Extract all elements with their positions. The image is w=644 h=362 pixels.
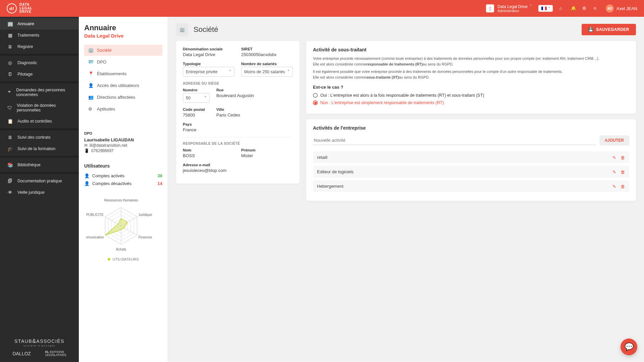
radio-yes[interactable]: Oui : L'entreprise est alors à la fois r… — [313, 93, 629, 98]
edit-icon[interactable]: ✎ — [612, 170, 617, 174]
sidebar-item-registre[interactable]: 🗎Registre — [0, 41, 79, 52]
logo[interactable]: dl DATALEGALDRIVE — [7, 3, 33, 14]
dpo-name: Laurisabelle LIGAUDAN — [84, 137, 162, 142]
email-value[interactable]: jesuisleceo@blop.com — [183, 168, 293, 173]
sidebar-item-diagnostic[interactable]: ◎Diagnostic — [0, 57, 79, 69]
tab-dpo[interactable]: 🪪DPO — [84, 56, 162, 67]
svg-text:PUBLICITE: PUBLICITE — [86, 213, 104, 217]
activity-item: Editeur de logiciels ✎🗑 — [313, 166, 629, 178]
cp-value[interactable]: 75800 — [183, 112, 210, 118]
chat-button[interactable]: 💬 — [621, 338, 637, 355]
ville-value[interactable]: Paris Cedex — [216, 112, 293, 118]
dpo-summary: DPO Laurisabelle LIGAUDAN ✉lil@datatrans… — [84, 131, 162, 153]
edit-icon[interactable]: ✎ — [612, 184, 617, 189]
sidebar-item-traitements[interactable]: ▦Traitements — [0, 30, 79, 41]
language-switcher[interactable]: ˅ — [538, 5, 553, 12]
add-activity-button[interactable]: AJOUTER — [599, 135, 629, 145]
tab-etablissements[interactable]: 📍Établissements — [84, 68, 162, 79]
inactive-count: 14 — [158, 181, 162, 186]
avatar: AD — [606, 4, 614, 12]
logo-text: DATALEGALDRIVE — [19, 3, 33, 14]
bell-icon[interactable]: 🔔 — [571, 6, 576, 11]
building-icon: 🏢 — [88, 48, 93, 53]
grid-icon: ▦ — [7, 33, 13, 38]
building-icon: 🏢 — [176, 24, 188, 36]
exit-icon[interactable]: ⎋ — [594, 6, 599, 11]
chevron-down-icon: ˅ — [530, 4, 532, 9]
file-icon: 🗎 — [7, 135, 13, 140]
user-inactive-icon: 👤 — [84, 181, 90, 186]
nom-value[interactable]: BOSS — [183, 153, 234, 158]
id-icon: 🪪 — [88, 59, 93, 64]
denomination-value[interactable]: Data Legal Drive — [183, 52, 234, 57]
sidebar-footer: STAUB&ASSOCIÉS société d'avocats DALLOZ … — [0, 333, 79, 362]
clipboard-icon: 📋 — [7, 119, 13, 124]
tab-societe[interactable]: 🏢Société — [84, 45, 162, 56]
sidebar-item-biblio[interactable]: 📚Bibliothèque — [0, 159, 79, 171]
rue-value[interactable]: Boulevard Augustin — [216, 93, 293, 98]
main-content: 🏢 Société 💾 SAUVEGARDER Dénomination soc… — [168, 17, 644, 362]
radio-no[interactable]: Non : L'entreprise est simplement respon… — [313, 100, 629, 105]
phone-icon: 📱 — [84, 148, 89, 153]
page-icon: 🗐 — [7, 178, 13, 184]
dpo-email: lil@datatransition.net — [90, 143, 127, 148]
delete-icon[interactable]: 🗑 — [621, 170, 625, 174]
delete-icon[interactable]: 🗑 — [621, 155, 625, 160]
secondary-panel: Annuaire Data Legal Drive 🏢Société 🪪DPO … — [79, 17, 168, 362]
sidebar-item-veille[interactable]: 👁Veille juridique — [0, 187, 79, 198]
sidebar-item-annuaire[interactable]: 🏢Annuaire — [0, 18, 79, 30]
salaries-select[interactable]: Moins de 250 salariés˅ — [241, 67, 293, 77]
chevron-down-icon: ˅ — [229, 69, 231, 74]
sidebar-item-contrats[interactable]: 🗎Suivi des contrats — [0, 132, 79, 143]
company-form: Dénomination socialeData Legal Drive SIR… — [176, 41, 300, 184]
doc-icon: 🗎 — [7, 44, 13, 49]
tab-aptitudes[interactable]: ⚙Aptitudes — [84, 103, 162, 115]
tab-directions[interactable]: 👥Directions affectées — [84, 92, 162, 103]
logo-icon: dl — [7, 3, 17, 13]
org-switcher[interactable]: ▯ Data Legal Drive ˅ Administrateur — [486, 4, 531, 13]
mail-icon: ✉ — [84, 143, 88, 148]
calendar-icon: 🗓 — [7, 72, 13, 77]
legend-dot-icon — [108, 258, 110, 261]
user-menu[interactable]: AD Axel JEAN — [606, 4, 637, 12]
page-title: Société — [194, 25, 576, 34]
top-header: dl DATALEGALDRIVE ▯ Data Legal Drive ˅ A… — [0, 0, 644, 17]
sidebar-item-audits[interactable]: 📋Audits et contrôles — [0, 116, 79, 127]
gear-icon[interactable]: ⚙ — [582, 6, 588, 11]
numero-field[interactable]: 50˅ — [183, 93, 210, 103]
org-role: Administrateur — [497, 9, 531, 13]
editions-logo: EL EDITIONSLEGISLATIVES — [45, 351, 66, 357]
panel-title: Annuaire — [84, 24, 162, 32]
tab-acces[interactable]: 👤Accès des utilisateurs — [84, 80, 162, 91]
sidebar-item-formation[interactable]: 🎓Suivi de la formation — [0, 143, 79, 154]
building-icon: 🏢 — [7, 21, 13, 27]
svg-text:Achats: Achats — [116, 247, 126, 251]
sidebar-item-demandes[interactable]: ❝Demandes des personnes concernées — [0, 85, 79, 100]
pays-value[interactable]: France — [183, 127, 293, 132]
dalloz-logo: DALLOZ — [12, 351, 31, 356]
new-activity-input[interactable] — [313, 136, 596, 145]
svg-text:nmunication: nmunication — [86, 235, 104, 239]
sidebar-item-pilotage[interactable]: 🗓Pilotage — [0, 69, 79, 80]
delete-icon[interactable]: 🗑 — [621, 184, 625, 189]
activity-item: Hebergement ✎🗑 — [313, 180, 629, 192]
siret-value[interactable]: 25030050acvdsbx — [241, 52, 293, 57]
user-name: Axel JEAN — [616, 6, 637, 11]
activity-item: retaiil ✎🗑 — [313, 151, 629, 163]
users-summary: Utilisateurs 👤Comptes activés 38 👤Compte… — [84, 163, 162, 187]
eye-icon: 👁 — [7, 190, 13, 195]
active-count: 38 — [158, 173, 162, 178]
shield-icon: 🛡 — [7, 105, 12, 110]
typologie-select[interactable]: Entreprise privée˅ — [183, 67, 234, 77]
chevron-down-icon: ˅ — [204, 95, 207, 100]
save-button[interactable]: 💾 SAUVEGARDER — [582, 24, 636, 35]
panel-subtitle: Data Legal Drive — [84, 33, 162, 39]
user-active-icon: 👤 — [84, 173, 90, 178]
sidebar-item-docs[interactable]: 🗐Documentation pratique — [0, 175, 79, 187]
sidebar-item-violation[interactable]: 🛡Violation de données personnelles — [0, 100, 79, 116]
home-icon[interactable]: ⌂ — [559, 6, 565, 11]
org-name: Data Legal Drive — [497, 4, 527, 9]
edit-icon[interactable]: ✎ — [612, 155, 617, 160]
prenom-value[interactable]: Mister — [241, 153, 293, 158]
svg-text:Finances: Finances — [139, 235, 152, 239]
